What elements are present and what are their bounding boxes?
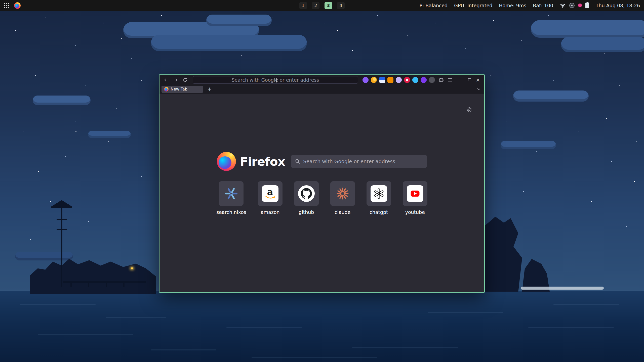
gpu-status: GPU: Integrated bbox=[454, 3, 492, 8]
extension-icon-5[interactable] bbox=[396, 77, 402, 83]
shortcut-tile: a bbox=[258, 181, 283, 206]
maximize-button[interactable] bbox=[466, 76, 473, 83]
wallpaper-wave bbox=[151, 349, 216, 350]
wallpaper-cloud bbox=[513, 90, 589, 102]
workspace-1[interactable]: 1 bbox=[299, 2, 307, 9]
wallpaper-wave bbox=[106, 317, 166, 318]
url-input[interactable] bbox=[193, 77, 358, 83]
power-profile-status: P: Balanced bbox=[419, 3, 448, 8]
new-tab-button[interactable]: + bbox=[206, 86, 213, 93]
menu-hamburger-icon[interactable] bbox=[447, 76, 454, 84]
navigation-toolbar: × bbox=[159, 75, 484, 85]
tab-bar: New Tab + bbox=[159, 85, 484, 94]
battery-status: Bat: 100 bbox=[533, 3, 553, 8]
youtube-play-icon bbox=[407, 185, 423, 202]
wallpaper-pier-post bbox=[106, 283, 107, 287]
wallpaper-wave bbox=[252, 357, 377, 358]
shortcut-tile bbox=[294, 181, 319, 206]
shortcut-label: chatgpt bbox=[370, 209, 388, 215]
wallpaper-cloud bbox=[501, 141, 556, 149]
home-latency-status: Home: 9ms bbox=[499, 3, 526, 8]
extension-icon-1[interactable] bbox=[363, 77, 369, 83]
shortcut-label: claude bbox=[335, 209, 350, 215]
wallpaper-cloud bbox=[151, 35, 307, 51]
wallpaper-tower bbox=[61, 204, 62, 287]
status-bar: 1 2 3 4 P: Balanced GPU: Integrated Home… bbox=[0, 0, 644, 11]
shortcut-label: amazon bbox=[261, 209, 279, 215]
extension-icon-7[interactable] bbox=[412, 77, 418, 83]
keyring-icon bbox=[569, 3, 575, 8]
extension-icon-row bbox=[361, 77, 436, 83]
shortcut-label: search.nixos bbox=[216, 209, 246, 215]
wallpaper-tower-bar bbox=[51, 207, 72, 208]
workspace-4[interactable]: 4 bbox=[337, 2, 345, 9]
wallpaper-wave bbox=[226, 327, 302, 328]
shortcut-tile bbox=[219, 181, 244, 206]
clock: Thu Aug 08, 18:26 bbox=[596, 3, 640, 8]
github-octocat-icon bbox=[298, 185, 315, 202]
newtab-search-bar[interactable] bbox=[291, 155, 427, 168]
status-modules: P: Balanced GPU: Integrated Home: 9ms Ba… bbox=[419, 3, 640, 8]
tab-favicon-firefox bbox=[164, 87, 169, 92]
wallpaper-tower-roof bbox=[51, 200, 72, 207]
shortcut-claude[interactable]: claude bbox=[330, 181, 355, 215]
extension-icon-4[interactable] bbox=[387, 77, 393, 83]
wallpaper-hut-light bbox=[131, 267, 133, 269]
shortcut-tile bbox=[330, 181, 355, 206]
close-button[interactable]: × bbox=[474, 76, 482, 83]
extension-icon-2[interactable] bbox=[371, 77, 377, 83]
workspace-switcher: 1 2 3 4 bbox=[299, 2, 345, 9]
newtab-hero: Firefox bbox=[159, 152, 484, 171]
minimize-button[interactable] bbox=[457, 76, 465, 83]
workspace-2[interactable]: 2 bbox=[312, 2, 319, 9]
text-caret bbox=[276, 78, 277, 82]
wallpaper-cloud bbox=[531, 20, 644, 38]
shortcut-label: github bbox=[299, 209, 314, 215]
extension-icon-8[interactable] bbox=[421, 77, 427, 83]
shortcut-youtube[interactable]: youtube bbox=[403, 181, 427, 215]
shortcut-amazon[interactable]: a amazon bbox=[258, 181, 283, 215]
window-controls: × bbox=[457, 76, 482, 83]
wallpaper-wave bbox=[20, 304, 96, 305]
nixos-snowflake-icon bbox=[224, 186, 238, 201]
wallpaper-wave bbox=[528, 327, 614, 328]
shortcut-tile bbox=[403, 181, 427, 206]
shortcut-search-nixos[interactable]: search.nixos bbox=[216, 181, 246, 215]
wallpaper-tower-bar bbox=[57, 229, 67, 230]
extension-icon-9[interactable] bbox=[429, 77, 435, 83]
wallpaper-cloud bbox=[33, 96, 91, 105]
newtab-search-input[interactable] bbox=[303, 158, 423, 164]
wallpaper-cloud bbox=[561, 37, 644, 52]
app-grid-icon[interactable] bbox=[4, 3, 9, 8]
battery-icon bbox=[585, 3, 589, 8]
shortcut-tile bbox=[367, 181, 391, 206]
back-button[interactable] bbox=[162, 76, 170, 84]
firefox-window: × New Tab + Firefox bbox=[159, 74, 485, 293]
wallpaper-wave bbox=[428, 312, 503, 313]
forward-button[interactable] bbox=[172, 76, 180, 84]
wallpaper-wave bbox=[553, 304, 619, 305]
shortcut-label: youtube bbox=[405, 209, 425, 215]
wallpaper-wave bbox=[38, 334, 133, 335]
extension-icon-6[interactable] bbox=[404, 77, 410, 83]
wallpaper-wave bbox=[352, 347, 458, 348]
wallpaper-cloud bbox=[88, 131, 131, 138]
wallpaper-ocean bbox=[0, 291, 644, 362]
wallpaper-pier-post bbox=[123, 283, 125, 287]
extension-icon-3[interactable] bbox=[379, 77, 385, 83]
active-tab[interactable]: New Tab bbox=[162, 86, 203, 93]
shortcut-github[interactable]: github bbox=[294, 181, 319, 215]
openai-knot-icon bbox=[371, 185, 387, 202]
reload-button[interactable] bbox=[181, 76, 189, 84]
wifi-icon bbox=[560, 3, 566, 8]
firefox-launcher-icon[interactable] bbox=[14, 2, 21, 9]
wallpaper-cloud bbox=[206, 15, 272, 26]
extensions-puzzle-icon[interactable] bbox=[437, 76, 445, 84]
wallpaper-pier-post bbox=[88, 283, 89, 287]
personalize-gear-icon[interactable] bbox=[465, 105, 474, 114]
shortcut-chatgpt[interactable]: chatgpt bbox=[367, 181, 391, 215]
url-bar[interactable] bbox=[193, 76, 358, 84]
workspace-3-active[interactable]: 3 bbox=[325, 2, 332, 9]
list-tabs-chevron-icon[interactable] bbox=[475, 86, 482, 93]
wallpaper-pier-post bbox=[70, 283, 72, 287]
